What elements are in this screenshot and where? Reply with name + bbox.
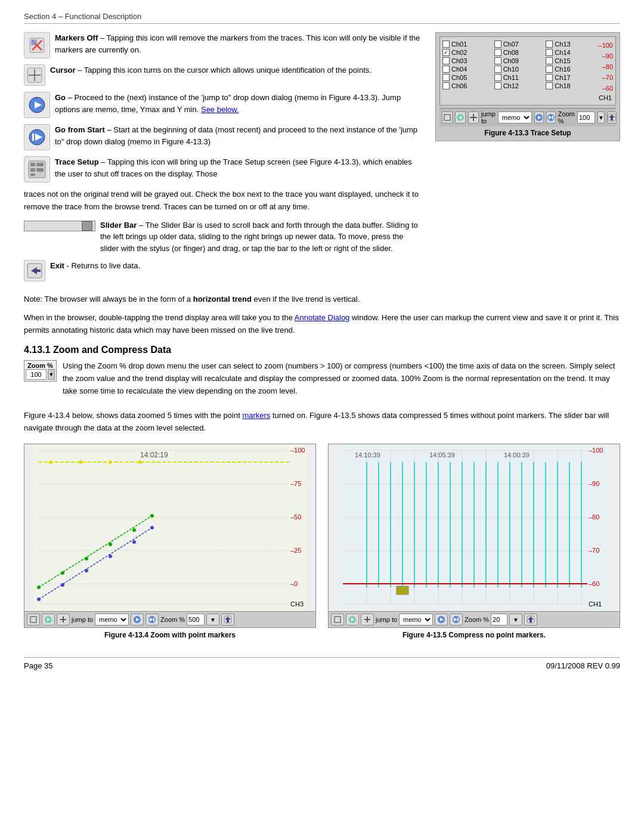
c1-play[interactable] (131, 614, 144, 625)
cursor-label: Cursor (50, 66, 76, 75)
ts-y-axis: –100 –90 –80 –70 –60 (595, 41, 613, 93)
ts-fwd-btn[interactable] (546, 112, 556, 123)
svg-text:–80: –80 (589, 513, 599, 521)
ch15-checkbox[interactable] (546, 57, 553, 64)
date-rev: 09/11/2008 REV 0.99 (546, 661, 620, 670)
ts-zoom-input[interactable] (577, 112, 595, 123)
go-label: Go (55, 93, 66, 102)
svg-text:14:10:39: 14:10:39 (355, 451, 380, 459)
ts-channel-grid: Ch01 Ch07 Ch13 (442, 41, 593, 89)
go-from-start-row: Go from Start – Start at the beginning o… (24, 124, 423, 150)
trace-setup-figure: Ch01 Ch07 Ch13 (435, 32, 620, 141)
ch11-checkbox[interactable] (494, 74, 501, 81)
ch14-checkbox[interactable] (546, 49, 553, 56)
c1-fwd[interactable] (145, 614, 159, 625)
c2-memo-select[interactable]: memo (399, 614, 433, 625)
c2-fwd[interactable] (450, 614, 463, 625)
ts-y-70: –70 (595, 74, 613, 81)
zoom-pct-label: Zoom % (26, 362, 55, 369)
ts-ch06: Ch06 (442, 82, 490, 89)
svg-text:–50: –50 (290, 513, 301, 521)
zoom-section-heading: 4.13.1 Zoom and Compress Data (24, 345, 620, 355)
ts-y-80: –80 (595, 63, 613, 70)
see-below-link[interactable]: See below. (201, 105, 239, 114)
c2-zoom-arrow[interactable]: ▼ (509, 614, 522, 625)
chart2-svg: 14:10:39 14:05:39 14:00:39 (329, 444, 620, 611)
ch03-checkbox[interactable] (442, 57, 450, 64)
svg-text:–90: –90 (589, 480, 599, 487)
ch17-checkbox[interactable] (546, 74, 553, 81)
ch16-checkbox[interactable] (546, 66, 553, 73)
zoom-value-input[interactable] (26, 369, 47, 380)
svg-point-50 (109, 460, 112, 464)
svg-point-51 (138, 460, 142, 464)
slider-bar-desc: – The Slider Bar is used to scroll back … (100, 221, 418, 253)
zoom-dropdown-arrow[interactable]: ▼ (48, 369, 55, 380)
zoom-desc2: Figure 4-13.4 below, shows data zoomed 5… (24, 410, 620, 435)
ch07-checkbox[interactable] (494, 41, 501, 48)
c1-btn1[interactable] (27, 614, 40, 625)
c1-zoom-label: Zoom % (160, 616, 185, 623)
svg-text:–75: –75 (290, 480, 301, 487)
markers-off-icon (24, 32, 50, 58)
c1-zoom-arrow[interactable]: ▼ (206, 614, 219, 625)
ts-zoom-arrow[interactable]: ▼ (597, 112, 605, 123)
c2-btn3[interactable] (361, 614, 374, 625)
c2-btn2[interactable] (346, 614, 359, 625)
ts-channels-area: Ch01 Ch07 Ch13 (442, 41, 613, 93)
ts-tool-btn2[interactable] (455, 112, 466, 123)
ts-tool-btn3[interactable] (468, 112, 479, 123)
chart2-wrap: 14:10:39 14:05:39 14:00:39 (328, 444, 620, 639)
ch09-checkbox[interactable] (494, 57, 501, 64)
ts-tool-btn1[interactable] (442, 112, 453, 123)
svg-text:14:02:19: 14:02:19 (140, 451, 168, 459)
zoom-desc-row: Zoom % ▼ Using the Zoom % drop down menu… (24, 360, 620, 403)
ch12-checkbox[interactable] (494, 82, 501, 89)
ch18-checkbox[interactable] (546, 82, 553, 89)
exit-text: Exit - Returns to live data. (50, 260, 423, 272)
svg-point-54 (85, 557, 88, 561)
ch02-checkbox[interactable]: ✓ (442, 49, 450, 56)
c1-btn2[interactable] (42, 614, 55, 625)
c1-exit-btn[interactable] (221, 614, 234, 625)
c1-btn3[interactable] (57, 614, 70, 625)
c1-jump-label: jump to (72, 616, 93, 623)
ch04-checkbox[interactable] (442, 66, 450, 73)
c2-play[interactable] (435, 614, 448, 625)
trace-setup-row: Trace Setup – Tapping this icon will bri… (24, 156, 423, 182)
c2-exit-btn[interactable] (524, 614, 537, 625)
svg-text:–0: –0 (290, 580, 298, 587)
ch08-checkbox[interactable] (494, 49, 501, 56)
c2-zoom-input[interactable] (491, 614, 507, 625)
chart1-caption: Figure 4-13.4 Zoom with point markers (24, 631, 316, 639)
ts-ch18: Ch18 (546, 82, 593, 89)
annotate-dialog-link[interactable]: Annotate Dialog (295, 313, 350, 322)
svg-rect-17 (30, 174, 35, 176)
go-from-start-text: Go from Start – Start at the beginning o… (55, 124, 423, 147)
svg-rect-15 (30, 168, 35, 172)
cursor-text: Cursor – Tapping this icon turns on the … (50, 64, 423, 76)
ch13-checkbox[interactable] (546, 41, 553, 48)
c1-memo-select[interactable]: memo (95, 614, 129, 625)
cursor-desc: – Tapping this icon turns on the cursor … (78, 66, 371, 75)
ch05-checkbox[interactable] (442, 74, 450, 81)
ch10-checkbox[interactable] (494, 66, 501, 73)
ts-ch09: Ch09 (494, 57, 541, 64)
c2-btn1[interactable] (331, 614, 344, 625)
ts-ch03: Ch03 (442, 57, 490, 64)
note2-text: When in the browser, double-tapping the … (24, 312, 620, 337)
ch01-checkbox[interactable] (442, 41, 450, 48)
c1-zoom-input[interactable] (187, 614, 205, 625)
ch06-checkbox[interactable] (442, 82, 450, 89)
markers-link[interactable]: markers (242, 411, 270, 420)
svg-point-52 (37, 586, 41, 589)
chart1-svg: 14:02:19 (24, 444, 315, 611)
go-row: Go – Proceed to the (next) instance of t… (24, 92, 423, 118)
ts-exit-btn[interactable] (607, 112, 617, 123)
section-title: Section 4 – Functional Description (24, 12, 141, 21)
zoom-desc1: Using the Zoom % drop down menu the user… (63, 360, 620, 397)
ts-play-btn[interactable] (534, 112, 544, 123)
chart2: 14:10:39 14:05:39 14:00:39 (328, 444, 620, 628)
trace-setup-continued: traces not on the original trend will be… (24, 188, 423, 213)
ts-memo-select[interactable]: memo (498, 112, 532, 123)
